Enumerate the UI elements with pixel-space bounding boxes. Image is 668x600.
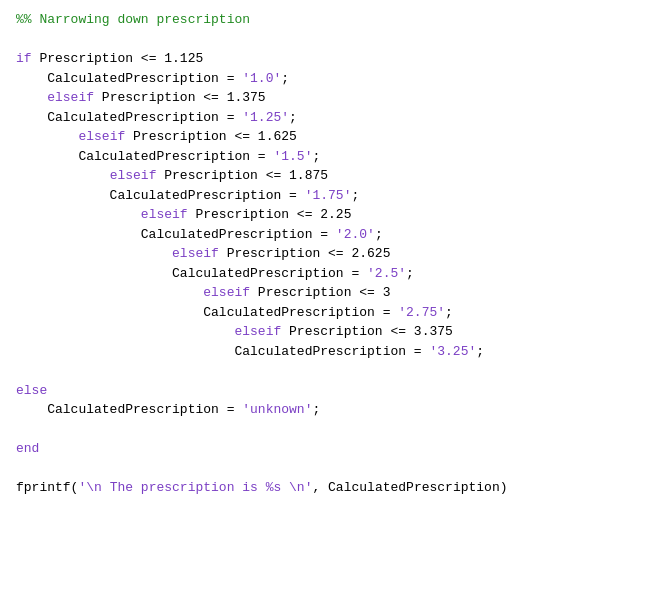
- fprintf-line: fprintf('\n The prescription is %s \n', …: [16, 478, 652, 498]
- comment-line: %% Narrowing down prescription: [16, 10, 652, 30]
- assign-line-8: CalculatedPrescription = '3.25';: [16, 342, 652, 362]
- elseif-line-5: elseif Prescription <= 2.625: [16, 244, 652, 264]
- elseif-line-1: elseif Prescription <= 1.375: [16, 88, 652, 108]
- if-line-1: if Prescription <= 1.125: [16, 49, 652, 69]
- else-line: else: [16, 381, 652, 401]
- elseif-line-4: elseif Prescription <= 2.25: [16, 205, 652, 225]
- assign-line-6: CalculatedPrescription = '2.5';: [16, 264, 652, 284]
- blank-line-2: [16, 361, 652, 381]
- elseif-line-6: elseif Prescription <= 3: [16, 283, 652, 303]
- assign-line-9: CalculatedPrescription = 'unknown';: [16, 400, 652, 420]
- assign-line-5: CalculatedPrescription = '2.0';: [16, 225, 652, 245]
- assign-line-1: CalculatedPrescription = '1.0';: [16, 69, 652, 89]
- blank-line-1: [16, 30, 652, 50]
- elseif-line-3: elseif Prescription <= 1.875: [16, 166, 652, 186]
- assign-line-3: CalculatedPrescription = '1.5';: [16, 147, 652, 167]
- assign-line-2: CalculatedPrescription = '1.25';: [16, 108, 652, 128]
- assign-line-7: CalculatedPrescription = '2.75';: [16, 303, 652, 323]
- blank-line-3: [16, 420, 652, 440]
- code-block: %% Narrowing down prescription if Prescr…: [16, 10, 652, 498]
- end-line: end: [16, 439, 652, 459]
- blank-line-4: [16, 459, 652, 479]
- elseif-line-7: elseif Prescription <= 3.375: [16, 322, 652, 342]
- assign-line-4: CalculatedPrescription = '1.75';: [16, 186, 652, 206]
- elseif-line-2: elseif Prescription <= 1.625: [16, 127, 652, 147]
